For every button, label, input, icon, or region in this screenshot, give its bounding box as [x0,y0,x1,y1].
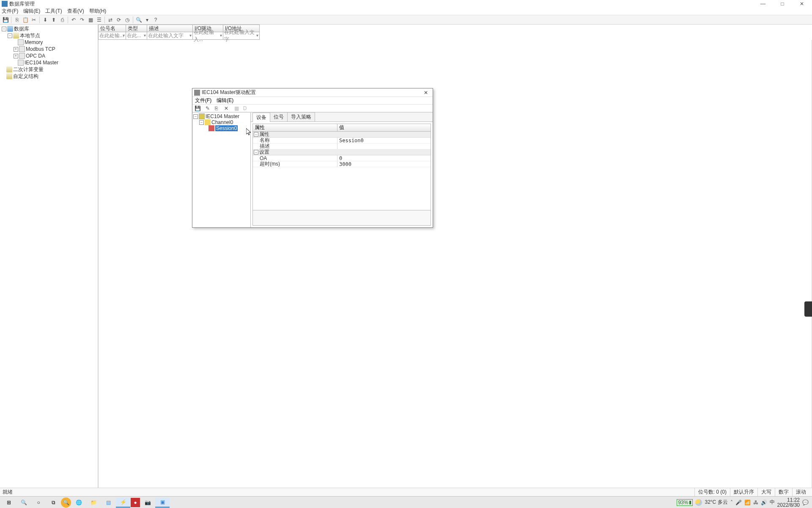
notification-icon[interactable]: 💬 [802,500,809,505]
maximize-button[interactable]: □ [776,0,788,7]
grid-icon[interactable]: ▦ [87,16,94,24]
dlg-save-icon[interactable]: 💾 [194,105,201,112]
dlg-tree-channel[interactable]: − Channel0 [192,119,250,125]
taskbar-app-edge[interactable]: 🌐 [71,497,86,508]
help-icon[interactable]: ? [152,16,159,24]
side-tab-handle[interactable] [804,301,812,317]
menu-view[interactable]: 查看(V) [67,8,84,15]
tab-device[interactable]: 设备 [252,113,270,122]
collapse-icon[interactable]: − [254,150,258,155]
tree-root-database[interactable]: − 数据库 [0,25,98,32]
dialog-menu-file[interactable]: 文件(F) [195,97,211,104]
tree-node-calc[interactable]: 二次计算变量 [0,66,98,73]
dlg-delete-icon[interactable]: ✕ [223,105,230,112]
taskbar-app-5[interactable]: ▣ [155,497,170,508]
search-button[interactable]: 🔍 [16,497,31,508]
search-icon[interactable]: 🔍 [135,16,143,24]
redo-icon[interactable]: ↷ [78,16,86,24]
tree-node-custom[interactable]: 自定义结构 [0,73,98,80]
volume-icon[interactable]: 🔊 [761,500,767,505]
link-icon[interactable]: ⇄ [107,16,114,24]
paste-icon[interactable]: 📋 [22,16,29,24]
collapse-icon[interactable]: − [199,120,204,125]
dialog-menu-edit[interactable]: 编辑(E) [217,97,233,104]
prop-value[interactable]: 0 [337,155,431,161]
dlg-tree-root[interactable]: − IEC104 Master [192,113,250,119]
dlg-grid-icon[interactable]: ▦ [233,105,240,112]
filter-icon[interactable]: ▾ [143,16,151,24]
prop-value[interactable]: 3000 [337,161,431,167]
cortana-icon[interactable]: ○ [31,497,46,508]
dlg-copy-icon[interactable]: ⎘ [213,105,219,112]
network-icon[interactable]: 🖧 [753,500,758,505]
save-icon[interactable]: 💾 [2,16,9,24]
tree-node-modbus[interactable]: + Modbus TCP [0,46,98,52]
col-header-name[interactable]: 位号名 [98,25,126,32]
prop-row-timeout[interactable]: 超时(ms) 3000 [253,161,431,167]
tab-import-strategy[interactable]: 导入策略 [287,112,315,121]
funnel-icon[interactable]: ▾ [220,33,222,38]
dialog-titlebar[interactable]: IEC104 Master驱动配置 ✕ [192,88,433,97]
taskbar-app-4[interactable]: 📷 [140,497,155,508]
menu-file[interactable]: 文件(F) [2,8,18,15]
prop-row-desc[interactable]: 描述 [253,144,431,149]
wifi-icon[interactable]: 📶 [744,500,751,505]
filter-type[interactable]: 在此...▾ [126,32,147,40]
filter-addr[interactable]: 在此处输入文字▾ [223,32,260,40]
propgrid-group-attributes[interactable]: − 属性 [253,132,431,138]
taskbar-app-2[interactable]: ⚡ [116,497,130,508]
prop-row-name[interactable]: 名称 Session0 [253,138,431,144]
dlg-add-icon[interactable]: ✎ [204,105,211,112]
import-icon[interactable]: ⬇ [41,16,49,24]
export-icon[interactable]: ⬆ [50,16,58,24]
copy-icon[interactable]: ⎘ [13,16,21,24]
tree-node-opc[interactable]: + OPC DA [0,52,98,59]
filter-name[interactable]: 在此处输...▾ [98,32,126,40]
dialog-close-button[interactable]: ✕ [421,89,431,96]
microphone-icon[interactable]: 🎤 [735,500,742,505]
dlg-tree-session[interactable]: Session0 [192,125,250,131]
collapse-icon[interactable]: − [254,132,258,137]
collapse-icon[interactable]: − [8,33,12,38]
cut-icon[interactable]: ✂ [30,16,38,24]
col-header-type[interactable]: 类型 [126,25,147,32]
menu-edit[interactable]: 编辑(E) [23,8,40,15]
expand-icon[interactable]: + [14,54,18,58]
ime-indicator[interactable]: 中 [770,499,775,506]
col-header-desc[interactable]: 描述 [147,25,193,32]
propgrid-col-value[interactable]: 值 [337,124,431,131]
chevron-up-icon[interactable]: ˄ [730,500,733,505]
print-icon[interactable]: ⎙ [58,16,66,24]
funnel-icon[interactable]: ▾ [123,33,125,38]
minimize-button[interactable]: — [757,0,769,7]
funnel-icon[interactable]: ▾ [144,33,146,38]
funnel-icon[interactable]: ▾ [256,33,258,38]
taskbar-app-3[interactable]: ● [131,498,140,507]
tree-node-local[interactable]: − 本地节点 [0,32,98,39]
tab-tag[interactable]: 位号 [270,112,288,121]
weather-icon[interactable] [695,499,702,506]
menu-help[interactable]: 帮助(H) [89,8,107,15]
filter-io[interactable]: 在此处输入...▾ [193,32,223,40]
collapse-icon[interactable]: − [2,27,6,31]
close-button[interactable]: ✕ [796,0,808,7]
clock[interactable]: 11:22 2022/8/30 [777,497,800,508]
taskview-icon[interactable]: ⧉ [46,497,60,508]
tree-node-memory[interactable]: Memory [0,39,98,46]
menu-tool[interactable]: 工具(T) [45,8,62,15]
expand-icon[interactable]: + [14,47,18,52]
battery-indicator[interactable]: 93%▮ [677,499,693,506]
start-button[interactable]: ⊞ [2,497,16,508]
propgrid-group-settings[interactable]: − 设置 [253,149,431,155]
funnel-icon[interactable]: ▾ [189,33,192,38]
refresh-icon[interactable]: ⟳ [115,16,123,24]
taskbar-app-1[interactable]: ▤ [101,497,115,508]
tree-node-iec104[interactable]: IEC104 Master [0,59,98,66]
clock-icon[interactable]: ◷ [123,16,131,24]
undo-icon[interactable]: ↶ [70,16,77,24]
taskbar-app-search[interactable]: 🔍 [61,497,71,508]
propgrid-col-property[interactable]: 属性 [253,124,337,131]
taskbar-app-explorer[interactable]: 📁 [86,497,101,508]
prop-value[interactable]: Session0 [337,138,431,143]
collapse-icon[interactable]: − [193,114,198,119]
